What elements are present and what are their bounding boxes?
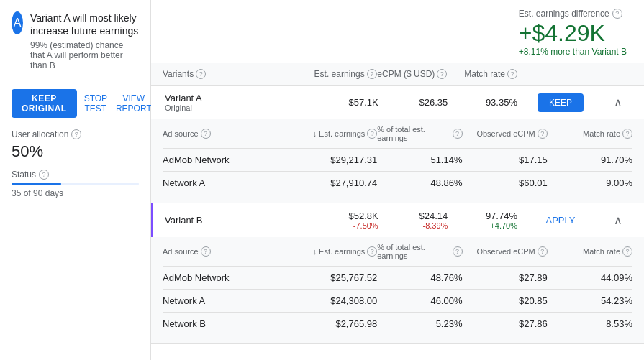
header-est-earnings: Est. earnings ? xyxy=(307,69,377,79)
observed-ecpm-help-icon[interactable]: ? xyxy=(538,129,548,139)
variant-a-keep-button[interactable]: KEEP xyxy=(538,93,584,112)
earnings-summary: Est. earnings difference ? +$4.29K +8.11… xyxy=(519,9,627,57)
a-row1-source: AdMob Network xyxy=(163,154,292,165)
sub-est-earnings-help-icon[interactable]: ? xyxy=(367,129,377,139)
a-row2-pct: 48.86% xyxy=(377,177,462,188)
b-row2-earnings: $24,308.00 xyxy=(292,295,377,306)
sub-table-a-row-1: AdMob Network $29,217.31 51.14% $17.15 9… xyxy=(163,149,632,172)
sub-table-b-row-3: Network B $2,765.98 5.23% $27.86 8.53% xyxy=(163,313,632,335)
sub-header-observed-ecpm: Observed eCPM ? xyxy=(463,125,548,142)
variant-b-action-cell: APPLY xyxy=(517,215,604,226)
sub-table-b-header: Ad source ? ↓ Est. earnings ? % of total… xyxy=(163,237,632,267)
variant-b-name-cell: Variant B xyxy=(165,215,309,226)
main-content: Est. earnings difference ? +$4.29K +8.11… xyxy=(151,0,644,360)
variant-a-name-cell: Variant A Original xyxy=(165,93,309,112)
sub-header-match-rate: Match rate ? xyxy=(548,125,632,142)
status-label: Status ? xyxy=(12,170,139,180)
sub-table-b-row-1: AdMob Network $25,767.52 48.76% $27.89 4… xyxy=(163,267,632,290)
b-ecpm-help-icon[interactable]: ? xyxy=(538,246,548,257)
user-allocation-help-icon[interactable]: ? xyxy=(71,129,81,139)
sidebar: A Variant A will most likely increase fu… xyxy=(0,0,151,360)
sub-b-header-earnings: ↓ Est. earnings ? xyxy=(292,243,377,260)
variant-b-chevron-icon[interactable]: ∧ xyxy=(614,213,622,227)
est-earnings-help-icon[interactable]: ? xyxy=(367,69,377,79)
sub-table-a-header: Ad source ? ↓ Est. earnings ? % of total… xyxy=(163,119,632,149)
sub-b-header-match: Match rate ? xyxy=(548,243,632,260)
b-row1-pct: 48.76% xyxy=(377,272,462,283)
sub-b-header-pct: % of total est. earnings ? xyxy=(377,243,462,260)
page: A Variant A will most likely increase fu… xyxy=(0,0,644,360)
variant-a-chevron-icon[interactable]: ∧ xyxy=(614,96,622,109)
sub-b-header-ecpm: Observed eCPM ? xyxy=(463,243,548,260)
status-bar-container xyxy=(12,183,139,185)
variant-b-expand[interactable]: ∧ xyxy=(604,213,632,227)
status-help-icon[interactable]: ? xyxy=(39,170,49,180)
header-ecpm: eCPM ($ USD) ? xyxy=(377,69,448,79)
a-row1-pct: 51.14% xyxy=(377,154,462,165)
b-row1-ecpm: $27.89 xyxy=(463,272,548,283)
status-bar-track xyxy=(12,183,139,185)
ad-source-help-icon[interactable]: ? xyxy=(201,129,211,139)
sub-table-a-row-2: Network A $27,910.74 48.86% $60.01 9.00% xyxy=(163,172,632,194)
variant-a-match-rate: 93.35% xyxy=(448,97,517,108)
a-row2-source: Network A xyxy=(163,177,292,188)
b-ad-source-help-icon[interactable]: ? xyxy=(201,246,211,257)
pct-earnings-help-icon[interactable]: ? xyxy=(453,129,463,139)
b-row1-source: AdMob Network xyxy=(163,272,292,283)
status-bar-fill xyxy=(12,183,61,185)
user-allocation-label: User allocation ? xyxy=(12,129,139,139)
sub-header-est-earnings: ↓ Est. earnings ? xyxy=(292,125,377,142)
variant-a-expand[interactable]: ∧ xyxy=(604,96,632,109)
b-row3-pct: 5.23% xyxy=(377,318,462,329)
a-row2-match: 9.00% xyxy=(548,177,632,188)
variant-b-sub-table: Ad source ? ↓ Est. earnings ? % of total… xyxy=(151,237,644,343)
sub-table-b-row-2: Network A $24,308.00 46.00% $20.85 54.23… xyxy=(163,290,632,313)
variant-b-earnings: $52.8K -7.50% xyxy=(309,211,378,230)
b-row2-source: Network A xyxy=(163,295,292,306)
sub-header-ad-source: Ad source ? xyxy=(163,125,292,142)
b-row1-earnings: $25,767.52 xyxy=(292,272,377,283)
sort-arrow-icon: ↓ xyxy=(313,129,317,138)
sub-header-pct-earnings: % of total est. earnings ? xyxy=(377,125,462,142)
variant-b-ecpm: $24.14 -8.39% xyxy=(378,211,448,230)
match-rate-help-icon[interactable]: ? xyxy=(507,69,517,79)
sub-match-rate-help-icon[interactable]: ? xyxy=(622,129,632,139)
b-row3-source: Network B xyxy=(163,318,292,329)
variant-a-sub-table: Ad source ? ↓ Est. earnings ? % of total… xyxy=(151,119,644,203)
stop-test-button[interactable]: STOP TEST xyxy=(83,89,109,118)
variant-a-section: Variant A Original $57.1K $26.35 93.35% … xyxy=(151,86,644,203)
variant-a-name: Variant A xyxy=(165,93,309,103)
b-sort-arrow-icon: ↓ xyxy=(313,247,317,256)
earnings-label: Est. earnings difference ? xyxy=(519,9,627,19)
page-title: Variant A will most likely increase futu… xyxy=(30,11,139,37)
avatar: A xyxy=(12,11,23,34)
sub-b-header-ad-source: Ad source ? xyxy=(163,243,292,260)
user-allocation-value: 50% xyxy=(12,142,139,161)
b-est-earnings-help-icon[interactable]: ? xyxy=(367,246,377,257)
b-row3-ecpm: $27.86 xyxy=(463,318,548,329)
table-header: Variants ? Est. earnings ? eCPM ($ USD) … xyxy=(151,63,644,86)
status-days: 35 of 90 days xyxy=(12,188,139,198)
variant-a-row: Variant A Original $57.1K $26.35 93.35% … xyxy=(151,86,644,119)
variant-b-section: Variant B $52.8K -7.50% $24.14 -8.39% 97… xyxy=(151,203,644,344)
variant-a-ecpm: $26.35 xyxy=(378,97,448,108)
b-pct-help-icon[interactable]: ? xyxy=(453,246,463,257)
variant-b-apply-button[interactable]: APPLY xyxy=(546,215,576,226)
earnings-help-icon[interactable]: ? xyxy=(612,9,622,19)
header-action xyxy=(517,69,604,79)
variant-a-earnings: $57.1K xyxy=(309,97,378,108)
b-row3-earnings: $2,765.98 xyxy=(292,318,377,329)
earnings-diff: +8.11% more than Variant B xyxy=(519,47,627,57)
ecpm-help-icon[interactable]: ? xyxy=(437,69,447,79)
b-row2-ecpm: $20.85 xyxy=(463,295,548,306)
b-row2-match: 54.23% xyxy=(548,295,632,306)
header-expand xyxy=(604,69,632,79)
page-subtitle: 99% (estimated) chance that A will perfo… xyxy=(30,40,139,70)
a-row1-match: 91.70% xyxy=(548,154,632,165)
variants-help-icon[interactable]: ? xyxy=(196,69,206,79)
variant-a-tag: Original xyxy=(165,103,309,112)
keep-original-button[interactable]: KEEP ORIGINAL xyxy=(12,89,77,118)
a-row1-ecpm: $17.15 xyxy=(463,154,548,165)
variant-b-row: Variant B $52.8K -7.50% $24.14 -8.39% 97… xyxy=(151,203,644,237)
b-match-help-icon[interactable]: ? xyxy=(622,246,632,257)
